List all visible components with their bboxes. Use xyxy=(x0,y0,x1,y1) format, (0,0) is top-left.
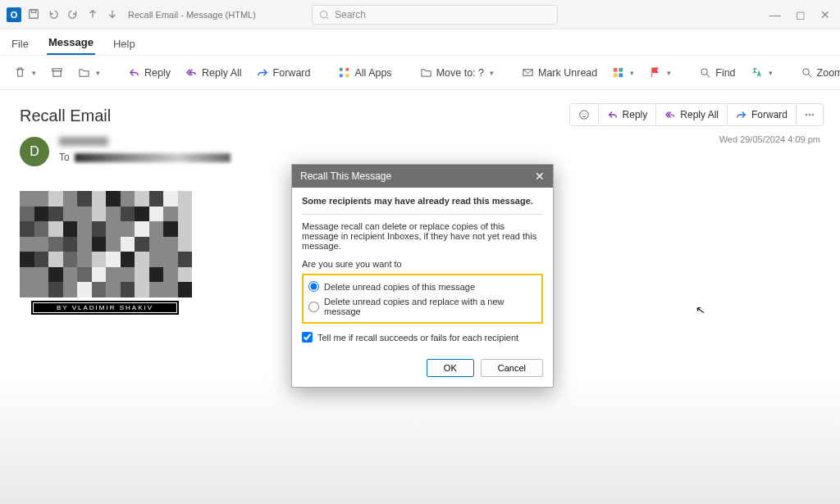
dialog-question: Are you sure you want to xyxy=(302,259,543,269)
option-delete-replace[interactable]: Delete unread copies and replace with a … xyxy=(308,294,536,319)
trash-icon xyxy=(14,66,26,79)
option-delete-unread[interactable]: Delete unread copies of this message xyxy=(308,279,536,294)
dialog-title: Recall This Message xyxy=(300,170,391,182)
radio-delete-replace[interactable] xyxy=(308,302,319,312)
background-fade xyxy=(0,373,840,504)
mark-unread-button[interactable]: Mark Unread xyxy=(516,63,603,82)
tell-me-checkbox-row[interactable]: Tell me if recall succeeds or fails for … xyxy=(302,332,543,343)
outlook-icon: O xyxy=(7,7,21,22)
svg-point-21 xyxy=(579,111,588,120)
cancel-button[interactable]: Cancel xyxy=(481,359,543,377)
folder-move-icon xyxy=(78,66,90,79)
zoom-button[interactable]: Zoom xyxy=(795,63,840,82)
message-timestamp: Wed 29/05/2024 4:09 pm xyxy=(719,134,820,144)
svg-rect-7 xyxy=(346,68,349,71)
message-body-image: BY VLADIMIR SHAKIV xyxy=(20,191,192,315)
dialog-warning: Some recipients may have already read th… xyxy=(302,196,543,206)
move-to-button[interactable]: Move to: ?▾ xyxy=(414,63,500,82)
to-label: To xyxy=(59,152,70,163)
move-dropdown-button[interactable]: ▾ xyxy=(72,63,106,82)
emoji-button[interactable] xyxy=(570,104,599,125)
svg-rect-0 xyxy=(30,9,39,18)
svg-rect-6 xyxy=(340,68,343,71)
window-controls: — ◻ ✕ xyxy=(769,8,833,21)
message-actions-bar: Reply Reply All Forward ⋯ xyxy=(569,103,824,126)
smiley-icon xyxy=(578,109,590,120)
window-title: Recall Email - Message (HTML) xyxy=(128,10,256,20)
svg-point-15 xyxy=(701,69,708,75)
find-icon xyxy=(699,66,711,79)
zoom-icon xyxy=(801,66,813,79)
reply-icon xyxy=(128,66,140,79)
recipient-redacted xyxy=(75,153,231,162)
svg-point-23 xyxy=(585,113,586,114)
minimize-icon[interactable]: — xyxy=(769,8,781,21)
pixelated-image xyxy=(20,191,192,297)
tab-help[interactable]: Help xyxy=(112,33,137,55)
categories-icon xyxy=(612,66,624,79)
ribbon: ▾ ▾ Reply Reply All Forward All Apps Mov… xyxy=(0,56,840,90)
svg-rect-14 xyxy=(619,73,623,77)
radio-delete-unread[interactable] xyxy=(308,281,319,292)
image-caption: BY VLADIMIR SHAKIV xyxy=(31,301,179,315)
svg-point-2 xyxy=(321,11,327,17)
tell-me-checkbox[interactable] xyxy=(302,332,313,343)
title-bar: O Recall Email - Message (HTML) Search —… xyxy=(0,0,840,30)
sender-name-redacted xyxy=(59,137,108,146)
all-apps-button[interactable]: All Apps xyxy=(332,63,397,82)
ok-button[interactable]: OK xyxy=(427,359,474,377)
forward-icon xyxy=(736,109,747,120)
svg-point-17 xyxy=(802,69,809,75)
forward-icon xyxy=(257,66,269,79)
svg-point-22 xyxy=(582,113,582,114)
archive-button[interactable] xyxy=(45,63,69,82)
tab-message[interactable]: Message xyxy=(47,31,95,55)
forward-button[interactable]: Forward xyxy=(251,63,317,82)
msg-more-button[interactable]: ⋯ xyxy=(797,104,823,125)
maximize-icon[interactable]: ◻ xyxy=(796,8,806,21)
ellipsis-icon: ⋯ xyxy=(805,109,815,120)
envelope-icon xyxy=(522,66,534,79)
save-icon[interactable] xyxy=(28,8,39,21)
translate-button[interactable]: ▾ xyxy=(745,63,778,82)
mouse-cursor: ↖ xyxy=(695,302,707,317)
archive-icon xyxy=(51,66,63,79)
msg-forward-button[interactable]: Forward xyxy=(728,104,797,125)
down-icon[interactable] xyxy=(107,8,118,21)
svg-line-16 xyxy=(707,74,710,77)
msg-reply-button[interactable]: Reply xyxy=(599,104,657,125)
svg-rect-9 xyxy=(346,74,349,77)
translate-icon xyxy=(751,66,763,79)
dialog-options-highlight: Delete unread copies of this message Del… xyxy=(302,274,543,324)
message-header: D To xyxy=(20,137,820,166)
find-button[interactable]: Find xyxy=(693,63,741,82)
undo-icon[interactable] xyxy=(48,8,59,21)
flag-icon xyxy=(649,66,661,79)
dialog-footer: OK Cancel xyxy=(292,352,553,387)
reply-all-icon xyxy=(185,66,198,79)
reply-button[interactable]: Reply xyxy=(122,63,176,82)
delete-button[interactable]: ▾ xyxy=(8,63,42,82)
up-icon[interactable] xyxy=(87,8,98,21)
svg-line-18 xyxy=(808,74,811,77)
folder-icon xyxy=(420,66,432,79)
option-delete-replace-label: Delete unread copies and replace with a … xyxy=(324,297,536,316)
reply-all-icon xyxy=(664,109,676,120)
flag-button[interactable]: ▾ xyxy=(643,63,677,82)
tab-file[interactable]: File xyxy=(10,33,30,55)
close-icon[interactable]: ✕ xyxy=(820,8,830,21)
dialog-explain: Message recall can delete or replace cop… xyxy=(302,221,543,251)
sender-info: To xyxy=(59,137,231,163)
svg-rect-13 xyxy=(614,73,618,77)
menu-tabs: File Message Help xyxy=(0,30,840,56)
redo-icon[interactable] xyxy=(67,8,79,21)
svg-rect-11 xyxy=(614,68,618,72)
msg-reply-all-button[interactable]: Reply All xyxy=(656,104,728,125)
dialog-close-icon[interactable]: ✕ xyxy=(535,170,545,183)
search-placeholder: Search xyxy=(335,9,366,20)
svg-line-3 xyxy=(326,16,328,18)
reply-all-button[interactable]: Reply All xyxy=(180,63,248,82)
option-delete-unread-label: Delete unread copies of this message xyxy=(324,282,475,292)
categorize-button[interactable]: ▾ xyxy=(606,63,640,82)
search-box[interactable]: Search xyxy=(312,5,558,25)
